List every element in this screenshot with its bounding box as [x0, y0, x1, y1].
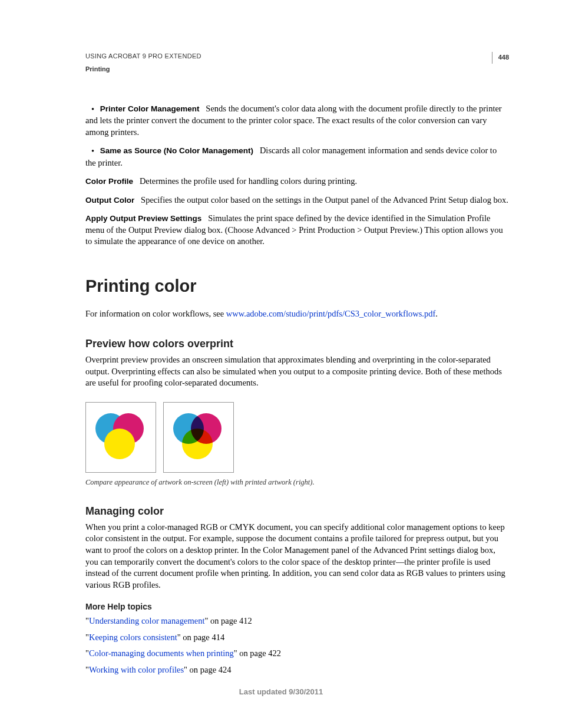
workflow-link[interactable]: www.adobe.com/studio/print/pdfs/CS3_colo…	[226, 309, 435, 318]
figure-printed	[163, 402, 234, 473]
doc-title: USING ACROBAT 9 PRO EXTENDED	[85, 52, 201, 61]
definition-item: Output Color Specifies the output color …	[85, 195, 509, 206]
term-label: Color Profile	[85, 177, 133, 186]
intro-paragraph: For information on color workflows, see …	[85, 308, 509, 320]
figure-comparison	[85, 402, 509, 473]
term-desc: Determines the profile used for handling…	[140, 176, 357, 186]
definition-item: Color Profile Determines the profile use…	[85, 176, 509, 187]
bullet-item: • Same as Source (No Color Management) D…	[85, 145, 509, 169]
help-link[interactable]: Working with color profiles	[89, 665, 184, 674]
page-number: 448	[492, 52, 509, 64]
subsection-heading: Preview how colors overprint	[85, 337, 509, 351]
term-desc: Specifies the output color based on the …	[141, 195, 508, 205]
help-link-item: "Color-managing documents when printing"…	[85, 648, 509, 660]
term-label: Output Color	[85, 196, 134, 205]
help-suffix: " on page 412	[204, 616, 252, 625]
help-suffix: " on page 414	[177, 633, 224, 642]
page-header: USING ACROBAT 9 PRO EXTENDED 448	[85, 52, 509, 64]
section-heading: Printing color	[85, 275, 509, 298]
breadcrumb: Printing	[85, 65, 509, 74]
text: For information on color workflows, see	[85, 309, 226, 318]
help-link[interactable]: Color-managing documents when printing	[89, 648, 234, 658]
page-footer: Last updated 9/30/2011	[0, 687, 562, 697]
help-link-item: "Keeping colors consistent" on page 414	[85, 632, 509, 644]
help-link-item: "Understanding color management" on page…	[85, 615, 509, 627]
help-suffix: " on page 422	[234, 648, 281, 658]
help-link-item: "Working with color profiles" on page 42…	[85, 664, 509, 676]
definition-item: Apply Output Preview Settings Simulates …	[85, 213, 509, 248]
figure-onscreen	[85, 402, 156, 473]
help-suffix: " on page 424	[184, 665, 231, 674]
figure-caption: Compare appearance of artwork on-screen …	[85, 477, 509, 487]
text: .	[435, 309, 438, 318]
term-label: Same as Source (No Color Management)	[100, 146, 253, 155]
term-label: Printer Color Management	[100, 104, 200, 113]
subsection-heading: Managing color	[85, 504, 509, 518]
help-link[interactable]: Understanding color management	[89, 616, 205, 625]
body-paragraph: When you print a color-managed RGB or CM…	[85, 522, 509, 591]
bullet-item: • Printer Color Management Sends the doc…	[85, 103, 509, 139]
help-topics-heading: More Help topics	[85, 601, 509, 612]
bullet-icon: •	[91, 146, 94, 157]
svg-point-5	[182, 429, 213, 459]
term-label: Apply Output Preview Settings	[85, 214, 201, 223]
body-paragraph: Overprint preview provides an onscreen s…	[85, 354, 509, 389]
help-link[interactable]: Keeping colors consistent	[89, 633, 177, 642]
bullet-icon: •	[91, 104, 94, 116]
svg-point-2	[104, 429, 135, 459]
